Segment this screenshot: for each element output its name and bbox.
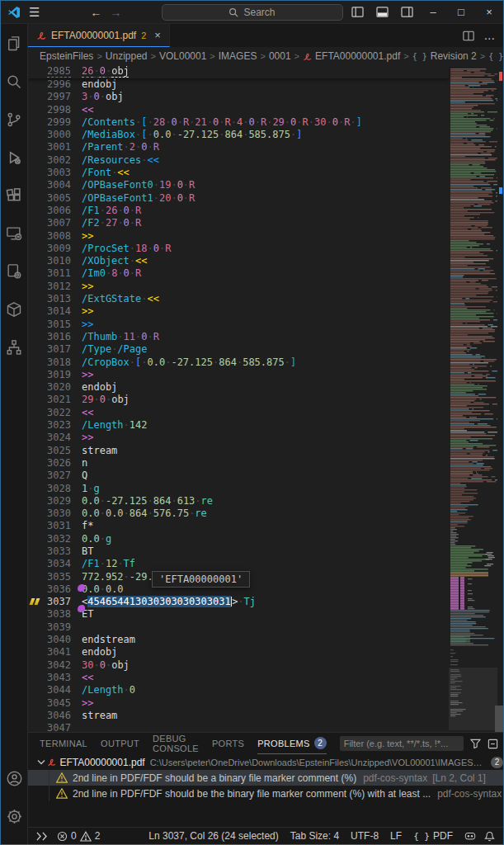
code-line-3020[interactable]: 3020endobj	[28, 381, 449, 394]
collapse-all-icon[interactable]	[488, 739, 498, 749]
panel-tab-terminal[interactable]: TERMINAL	[40, 733, 87, 754]
code-line-3034[interactable]: 3034/F1·12·Tf	[28, 558, 449, 570]
code-line-3023[interactable]: 3023/Length·142	[28, 419, 449, 432]
breadcrumb-item[interactable]: IMAGES	[219, 50, 257, 62]
toggle-panel-icon[interactable]	[370, 1, 394, 23]
code-area[interactable]: 2996endobj29973·0·obj2998<<2999/Contents…	[28, 65, 449, 732]
code-line-3037[interactable]: 3037<454654413030303030303031>·Tj	[28, 596, 449, 608]
code-line-3013[interactable]: 3013/ExtGState·<<	[28, 293, 449, 305]
notifications-bell-icon[interactable]	[484, 831, 495, 842]
code-line-3009[interactable]: 3009/ProcSet·18·0·R	[28, 243, 449, 255]
more-actions-icon[interactable]: ...	[484, 28, 495, 43]
panel-tab-problems[interactable]: PROBLEMS2	[257, 733, 327, 754]
tab-close-icon[interactable]: ×	[154, 29, 161, 41]
code-line-3014[interactable]: 3014>>	[28, 305, 449, 318]
code-line-3021[interactable]: 302129·0·obj	[28, 394, 449, 406]
sidebar-item-extensions[interactable]	[4, 186, 24, 205]
code-line-3046[interactable]: 3046stream	[28, 710, 449, 722]
problems-summary[interactable]: 0 2	[57, 830, 100, 842]
code-line-2997[interactable]: 29973·0·obj	[28, 91, 449, 103]
code-line-3005[interactable]: 3005/OPBaseFont1·20·0·R	[28, 192, 449, 205]
breadcrumb[interactable]: EpsteinFiles>Unzipped>VOL00001>IMAGES>00…	[28, 47, 503, 65]
code-line-3019[interactable]: 3019>>	[28, 369, 449, 381]
code-line-3017[interactable]: 3017/Type·/Page	[28, 343, 449, 356]
breadcrumb-symbol[interactable]: Revision 2	[431, 50, 477, 62]
tab-size[interactable]: Tab Size: 4	[290, 830, 339, 842]
tab-efta-pdf[interactable]: EFTA00000001.pdf 2 ×	[28, 24, 170, 47]
code-line-3006[interactable]: 3006/F1·26·0·R	[28, 205, 449, 217]
breadcrumb-file[interactable]: EFTA00000001.pdf	[315, 50, 400, 62]
command-center-search[interactable]: Search	[162, 4, 343, 21]
breadcrumb-item[interactable]: Unzipped	[106, 50, 148, 62]
code-line-2996[interactable]: 2996endobj	[28, 78, 449, 91]
minimize-button[interactable]: –	[419, 1, 447, 23]
code-line-3042[interactable]: 304230·0·obj	[28, 659, 449, 672]
code-line-3047[interactable]: 3047	[28, 722, 449, 732]
code-line-2998[interactable]: 2998<<	[28, 104, 449, 116]
code-line-2999[interactable]: 2999/Contents·[·28·0·R·21·0·R·4·0·R·29·0…	[28, 116, 449, 129]
panel-tab-ports[interactable]: PORTS	[212, 733, 244, 754]
language-mode[interactable]: { } PDF	[413, 830, 453, 842]
code-line-3030[interactable]: 30300.0·0.0·864·576.75·re	[28, 507, 449, 520]
code-line-3015[interactable]: 3015>>	[28, 319, 449, 331]
filter-funnel-icon[interactable]	[470, 739, 481, 748]
remote-indicator[interactable]	[36, 831, 47, 842]
code-line-3012[interactable]: 3012>>	[28, 281, 449, 293]
vertical-scrollbar[interactable]	[497, 65, 503, 732]
problems-filter-input[interactable]: Filter (e.g. text, **/*.ts, !*...	[340, 736, 464, 751]
menu-icon[interactable]: ☰	[29, 5, 40, 20]
code-line-3002[interactable]: 3002/Resources·<<	[28, 154, 449, 167]
toggle-secondary-sidebar-icon[interactable]	[394, 1, 419, 23]
code-line-3008[interactable]: 3008>>	[28, 230, 449, 243]
encoding[interactable]: UTF-8	[351, 830, 379, 842]
copilot-status-icon[interactable]	[464, 831, 476, 841]
code-line-3026[interactable]: 3026n	[28, 457, 449, 470]
back-arrow-icon[interactable]: ←	[90, 6, 101, 19]
code-line-3033[interactable]: 3033BT	[28, 545, 449, 558]
code-line-3022[interactable]: 3022<<	[28, 407, 449, 419]
code-line-3001[interactable]: 3001/Parent·2·0·R	[28, 141, 449, 153]
chevron-down-icon[interactable]	[35, 759, 47, 765]
split-editor-icon[interactable]	[463, 31, 474, 41]
code-line-3040[interactable]: 3040endstream	[28, 634, 449, 646]
code-line-3025[interactable]: 3025stream	[28, 445, 449, 457]
breadcrumb-item[interactable]: EpsteinFiles	[40, 50, 93, 62]
code-line-3007[interactable]: 3007/F2·27·0·R	[28, 217, 449, 229]
problem-row[interactable]: 2nd line in PDF/FDF should be the binary…	[28, 786, 503, 801]
code-line-3004[interactable]: 3004/OPBaseFont0·19·0·R	[28, 179, 449, 191]
forward-arrow-icon[interactable]: →	[110, 6, 121, 19]
code-line-3028[interactable]: 30281·g	[28, 483, 449, 495]
minimap-slider[interactable]	[449, 668, 497, 730]
settings-gear-icon[interactable]	[4, 806, 24, 826]
code-line-3045[interactable]: 3045>>	[28, 697, 449, 710]
code-line-3010[interactable]: 3010/XObject·<<	[28, 255, 449, 267]
code-line-3003[interactable]: 3003/Font·<<	[28, 167, 449, 179]
code-line-3043[interactable]: 3043<<	[28, 672, 449, 684]
sidebar-item-run-debug[interactable]	[4, 148, 24, 168]
breadcrumb-item[interactable]: 0001	[269, 50, 291, 62]
sidebar-item-explorer[interactable]	[4, 34, 24, 54]
problem-row[interactable]: 2nd line in PDF/FDF should be a binary f…	[28, 770, 503, 786]
breadcrumb-item[interactable]: VOL00001	[159, 50, 206, 62]
sidebar-item-file-settings[interactable]	[4, 262, 24, 281]
problems-file-row[interactable]: EFTA00000001.pdfC:\Users\peter\OneDrive\…	[28, 754, 503, 770]
code-line-3029[interactable]: 30290.0·-27.125·864·613·re	[28, 495, 449, 507]
scrollbar-thumb[interactable]	[495, 706, 503, 732]
panel-tab-debug-console[interactable]: DEBUG CONSOLE	[153, 733, 199, 754]
cursor-position[interactable]: Ln 3037, Col 26 (24 selected)	[148, 830, 278, 842]
sidebar-item-remote-explorer[interactable]	[4, 224, 24, 243]
code-line-3000[interactable]: 3000/MediaBox·[·0.0·-27.125·864·585.875·…	[28, 129, 449, 141]
code-line-3038[interactable]: 3038ET	[28, 608, 449, 621]
minimap[interactable]	[449, 65, 497, 732]
sidebar-item-search[interactable]	[4, 72, 24, 92]
code-line-3024[interactable]: 3024>>	[28, 432, 449, 444]
sidebar-item-org-hierarchy[interactable]	[4, 338, 24, 357]
sidebar-item-source-control[interactable]	[4, 110, 24, 130]
account-icon[interactable]	[4, 768, 24, 788]
code-line-3039[interactable]: 3039	[28, 621, 449, 634]
code-line-3016[interactable]: 3016/Thumb·11·0·R	[28, 331, 449, 343]
eol-indicator[interactable]: LF	[390, 830, 402, 842]
code-line-3031[interactable]: 3031f*	[28, 520, 449, 532]
sticky-scroll-line[interactable]: 298526·0·obj	[28, 65, 449, 78]
code-line-3018[interactable]: 3018/CropBox·[·0.0·-27.125·864·585.875·]	[28, 356, 449, 369]
